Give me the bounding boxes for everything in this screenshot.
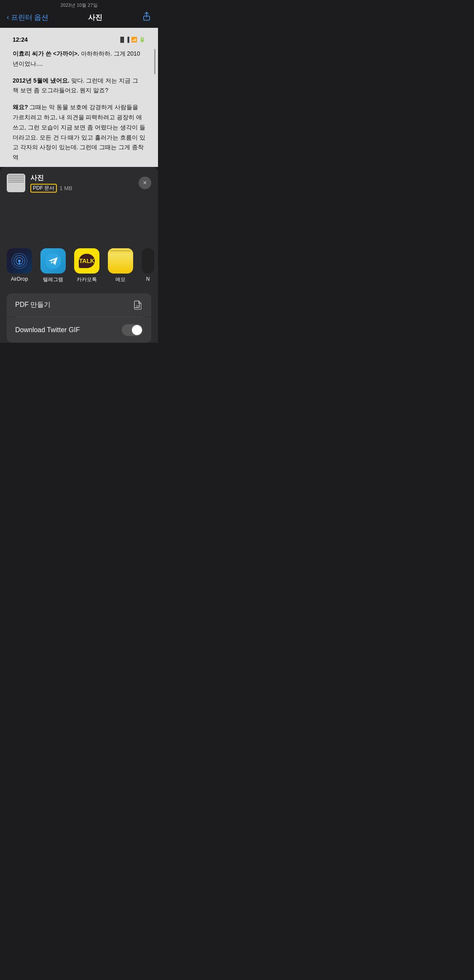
- unknown-icon: [142, 248, 154, 274]
- telegram-label: 텔레그램: [43, 276, 63, 283]
- page-title: 사진: [88, 13, 102, 22]
- kakao-label: 카카오톡: [77, 276, 97, 283]
- file-thumbnail: [7, 174, 25, 192]
- twitter-toggle[interactable]: [122, 324, 143, 336]
- nav-bar: ‹ 프린터 옵션 사진: [0, 8, 158, 28]
- wifi-icon: 📶: [131, 37, 137, 43]
- app-item-airdrop[interactable]: AirDrop: [7, 248, 32, 283]
- status-date: 2023년 10월 27일: [60, 2, 97, 8]
- doc-para3-rest: 그때는 막 동물 보호에 강경하게 사람들을 가르치려고 하고, 내 의견을 피…: [13, 104, 145, 161]
- doc-text: 이효리 씨가 쓴 <가까이>. 아하하하하. 그게 2010년이었나.... 2…: [13, 49, 145, 163]
- back-label: 프린터 옵션: [11, 13, 49, 22]
- memo-icon: [108, 248, 133, 274]
- airdrop-label: AirDrop: [11, 276, 28, 282]
- doc-status-icons: ▐▌▐ 📶 🔋: [118, 37, 145, 43]
- app-item-telegram[interactable]: 텔레그램: [40, 248, 66, 283]
- kakao-icon: TALK: [74, 248, 99, 274]
- app-item-kakao[interactable]: TALK 카카오톡: [74, 248, 99, 283]
- signal-icon: ▐▌▐: [118, 37, 129, 43]
- doc-time: 12:24: [13, 36, 28, 43]
- pdf-action-icon: [133, 300, 143, 310]
- back-button[interactable]: ‹ 프린터 옵션: [7, 13, 48, 22]
- twitter-action-label: Download Twitter GIF: [15, 326, 80, 334]
- file-meta: 사진 PDF 문서 1 MB: [30, 174, 139, 193]
- kakao-bubble: TALK: [79, 254, 95, 268]
- back-chevron-icon: ‹: [7, 13, 9, 21]
- telegram-icon: [40, 248, 66, 274]
- status-bar: 2023년 10월 27일: [0, 0, 158, 8]
- battery-icon: 🔋: [139, 37, 145, 43]
- app-item-memo[interactable]: 메모: [108, 248, 133, 283]
- close-share-button[interactable]: ×: [139, 177, 151, 189]
- doc-status-bar: 12:24 ▐▌▐ 📶 🔋: [13, 36, 145, 43]
- toggle-thumb: [132, 325, 142, 335]
- app-item-unknown[interactable]: N: [142, 248, 154, 283]
- scroll-indicator: [154, 49, 155, 74]
- file-name: 사진: [30, 174, 139, 183]
- doc-para2-bold: 2012년 5월에 냈어요.: [13, 77, 70, 84]
- apps-row: AirDrop 텔레그램 TALK 카카오톡: [0, 242, 158, 290]
- file-size: 1 MB: [59, 185, 72, 191]
- pdf-action-label: PDF 만들기: [15, 301, 51, 309]
- doc-para1-bold: 이효리 씨가 쓴 <가까이>.: [13, 50, 79, 57]
- file-type-badge: PDF 문서: [30, 184, 57, 193]
- pdf-action-item[interactable]: PDF 만들기: [7, 293, 151, 317]
- twitter-action-item[interactable]: Download Twitter GIF: [7, 317, 151, 343]
- empty-area: [0, 199, 158, 242]
- doc-para3-bold: 왜요?: [13, 104, 28, 110]
- actions-group: PDF 만들기 Download Twitter GIF: [7, 293, 151, 343]
- unknown-label: N: [146, 276, 150, 282]
- memo-label: 메모: [115, 276, 126, 283]
- share-button[interactable]: [142, 12, 151, 23]
- close-icon: ×: [143, 179, 147, 187]
- file-info-row: 사진 PDF 문서 1 MB ×: [0, 167, 158, 199]
- document-preview: 12:24 ▐▌▐ 📶 🔋 이효리 씨가 쓴 <가까이>. 아하하하하. 그게 …: [0, 28, 158, 167]
- share-sheet: 사진 PDF 문서 1 MB × AirDrop: [0, 167, 158, 343]
- airdrop-icon: [7, 248, 32, 274]
